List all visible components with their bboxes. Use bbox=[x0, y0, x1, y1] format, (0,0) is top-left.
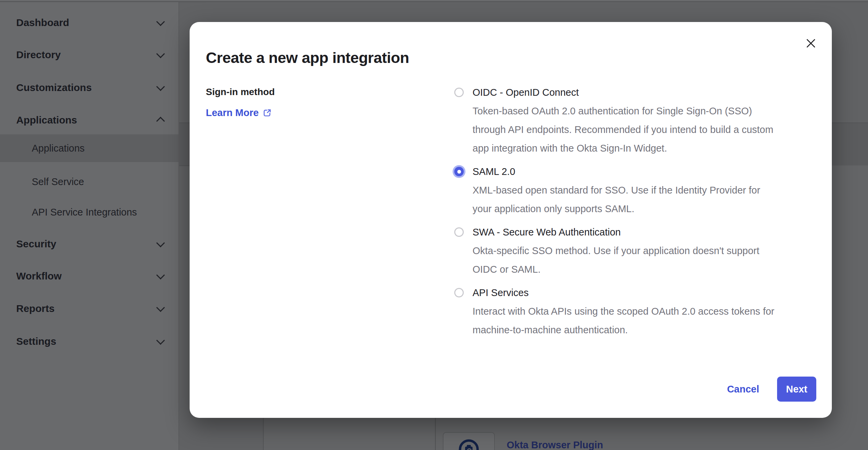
modal-title: Create a new app integration bbox=[206, 48, 409, 67]
option-label[interactable]: OIDC - OpenID Connect bbox=[473, 83, 773, 102]
close-icon[interactable] bbox=[805, 37, 817, 49]
create-app-integration-modal: Create a new app integration Sign-in met… bbox=[190, 22, 832, 418]
option-oidc: OIDC - OpenID Connect Token-based OAuth … bbox=[454, 83, 826, 158]
signin-method-options: OIDC - OpenID Connect Token-based OAuth … bbox=[454, 83, 826, 344]
external-link-icon bbox=[263, 108, 272, 117]
option-label[interactable]: SAML 2.0 bbox=[473, 162, 760, 181]
next-button[interactable]: Next bbox=[777, 377, 816, 402]
okta-admin-page: Dashboard Directory Customizations Appli… bbox=[0, 0, 868, 450]
cancel-button[interactable]: Cancel bbox=[727, 383, 759, 395]
signin-method-label: Sign-in method bbox=[206, 87, 275, 97]
option-label[interactable]: API Services bbox=[473, 284, 774, 302]
option-description: Okta-specific SSO method. Use if your ap… bbox=[473, 242, 760, 279]
radio-button-saml[interactable] bbox=[454, 167, 464, 176]
option-description: Token-based OAuth 2.0 authentication for… bbox=[473, 102, 773, 158]
option-description: Interact with Okta APIs using the scoped… bbox=[473, 302, 774, 339]
option-description: XML-based open standard for SSO. Use if … bbox=[473, 181, 760, 218]
learn-more-link[interactable]: Learn More bbox=[206, 107, 272, 118]
radio-button-swa[interactable] bbox=[454, 227, 464, 237]
option-api-services: API Services Interact with Okta APIs usi… bbox=[454, 284, 826, 339]
option-label[interactable]: SWA - Secure Web Authentication bbox=[473, 223, 760, 242]
radio-button-api-services[interactable] bbox=[454, 288, 464, 297]
radio-button-oidc[interactable] bbox=[454, 88, 464, 97]
option-swa: SWA - Secure Web Authentication Okta-spe… bbox=[454, 223, 826, 279]
option-saml: SAML 2.0 XML-based open standard for SSO… bbox=[454, 162, 826, 218]
